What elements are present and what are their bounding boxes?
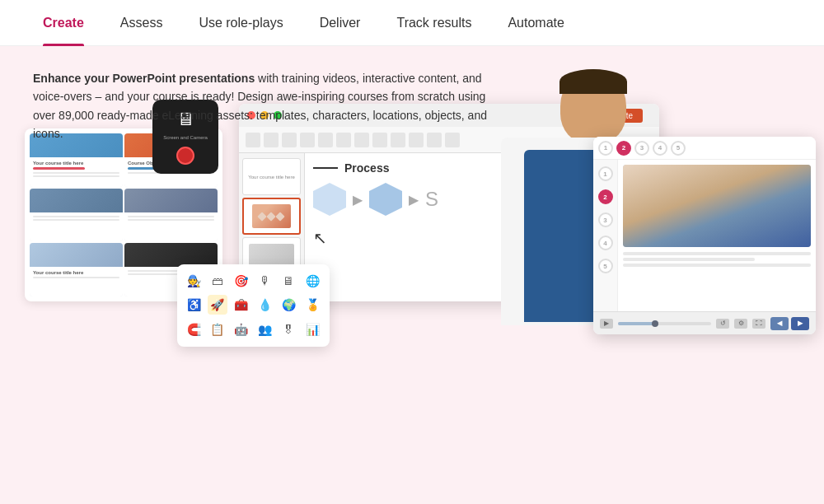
player-footer: ▶ ↺ ⚙ ⛶ ◀ ▶	[593, 311, 816, 334]
player-body: 1 2 3 4 5	[593, 160, 816, 311]
course-thumbnails-grid: Your course title here Course Objectives	[25, 128, 222, 301]
prev-button[interactable]: ◀	[770, 317, 789, 330]
thumbnail-5: Your course title here	[30, 243, 123, 296]
nav-item-create[interactable]: Create	[25, 0, 102, 46]
thumb-line-sm-3	[128, 172, 214, 174]
step-5: 5	[671, 141, 686, 156]
thumb-image-4	[124, 189, 218, 212]
description-block: Enhance your PowerPoint presentations wi…	[0, 46, 527, 143]
player-steps-sidebar: 1 2 3 4 5	[593, 160, 618, 311]
hex-2	[369, 183, 402, 216]
clipboard	[649, 202, 700, 264]
thumb-title-5: Your course title here	[33, 270, 119, 275]
main-content: Enhance your PowerPoint presentations wi…	[0, 46, 824, 504]
player-text-2	[623, 258, 755, 261]
diamond-2	[267, 212, 276, 221]
clipboard-line-2	[654, 216, 693, 222]
play-button[interactable]: ▶	[600, 319, 613, 329]
person-head	[560, 69, 626, 143]
fullscreen-button[interactable]: ⛶	[752, 319, 765, 329]
thumb-body-6	[124, 267, 218, 296]
palette-icon-13: 🧲	[184, 320, 204, 339]
thumb-line-sm-2	[33, 175, 119, 177]
clipboard-line-1	[653, 212, 692, 217]
next-button[interactable]: ▶	[791, 317, 809, 330]
player-text-1	[623, 252, 811, 255]
nav-item-assess[interactable]: Assess	[102, 0, 181, 46]
player-text-lines	[623, 252, 811, 267]
player-header: 1 2 3 4 5	[593, 137, 816, 160]
palette-icon-10: 💧	[255, 295, 275, 315]
thumb-line-sm-9	[128, 270, 214, 272]
step-3: 3	[634, 141, 649, 156]
step-2: 2	[616, 141, 631, 156]
thumbnail-6	[124, 243, 218, 296]
thumb-line-sm-4	[33, 216, 119, 217]
process-line-deco	[313, 167, 338, 169]
arrow-2: ▶	[409, 192, 419, 208]
palette-icon-4: 🎙	[255, 271, 275, 291]
palette-icon-12: 🏅	[302, 295, 322, 315]
slide-thumb-2[interactable]	[242, 198, 301, 235]
description-bold: Enhance your PowerPoint presentations	[33, 72, 255, 85]
refresh-button[interactable]: ↺	[716, 319, 729, 329]
nav-item-role-plays[interactable]: Use role-plays	[180, 0, 301, 46]
thumb-body-2: Course Objectives	[124, 157, 218, 187]
thumb-line-sm-1	[33, 172, 119, 174]
slide-preview-3	[249, 244, 294, 268]
icons-palette: 🧑‍🔧 🗃 🎯 🎙 🖥 🌐 ♿ 🚀 🧰 💧 🌍 🏅 🧲 📋 🤖 👥 🎖 📊	[177, 264, 330, 347]
palette-icon-3: 🎯	[232, 271, 251, 291]
thumb-title-2: Course Objectives	[128, 161, 214, 166]
palette-icon-2: 🗃	[208, 271, 227, 291]
app-container: Create Assess Use role-plays Deliver Tra…	[0, 0, 824, 504]
clipboard-clip	[661, 203, 684, 211]
slide-diamonds	[252, 204, 291, 228]
thumb-image-5	[30, 243, 123, 267]
nav-label-assess: Assess	[120, 16, 163, 30]
nav-item-track[interactable]: Track results	[378, 0, 489, 46]
thumb-line-2	[128, 167, 197, 170]
player-content	[618, 160, 816, 311]
person-shirt	[501, 138, 686, 325]
nav-item-deliver[interactable]: Deliver	[302, 0, 379, 46]
diamond-3	[276, 212, 285, 221]
images-area: Your course title here Course Objectives	[0, 112, 824, 504]
ispring-canvas: Process ▶ ▶ S ↖	[305, 153, 659, 301]
palette-icon-5: 🖥	[279, 271, 298, 291]
slide-thumb-3	[242, 237, 301, 274]
person-apron	[524, 150, 662, 322]
person-hair	[559, 69, 627, 94]
palette-icon-17: 🎖	[279, 320, 298, 339]
record-button[interactable]	[176, 147, 194, 165]
hex-1	[313, 183, 346, 216]
sidebar-step-1: 1	[598, 166, 613, 181]
sidebar-step-3: 3	[598, 212, 613, 227]
thumb-line-1	[33, 167, 85, 170]
ispring-body: Your course title here	[239, 153, 659, 301]
thumb-line-sm-7	[128, 219, 214, 221]
ispring-tab-label: iSpring Suite	[576, 109, 643, 123]
nav-label-create: Create	[43, 16, 84, 30]
sidebar-step-5: 5	[598, 259, 613, 273]
player-video-inner	[623, 165, 811, 247]
thumb-line-sm-5	[33, 219, 119, 221]
nav-item-automate[interactable]: Automate	[489, 0, 582, 46]
nav-label-automate: Automate	[508, 16, 564, 30]
thumb-image-6	[124, 243, 218, 267]
palette-icon-18: 📊	[302, 320, 322, 339]
player-text-3	[623, 264, 811, 267]
navigation: Create Assess Use role-plays Deliver Tra…	[0, 0, 824, 46]
palette-icon-14: 📋	[208, 320, 227, 339]
progress-bar[interactable]	[618, 322, 711, 325]
progress-fill	[618, 322, 655, 325]
cursor-arrow-icon: ↖	[313, 228, 651, 248]
palette-icon-7: ♿	[184, 295, 204, 315]
thumb-image-3	[30, 189, 123, 212]
player-nav-buttons: ◀ ▶	[770, 317, 809, 330]
palette-icon-15: 🤖	[232, 320, 251, 339]
thumbnail-3	[30, 189, 123, 242]
thumb-body-4	[124, 212, 218, 242]
thumb-title-1: Your course title here	[33, 161, 119, 166]
thumbnail-4	[124, 189, 218, 242]
settings-button[interactable]: ⚙	[734, 319, 747, 329]
